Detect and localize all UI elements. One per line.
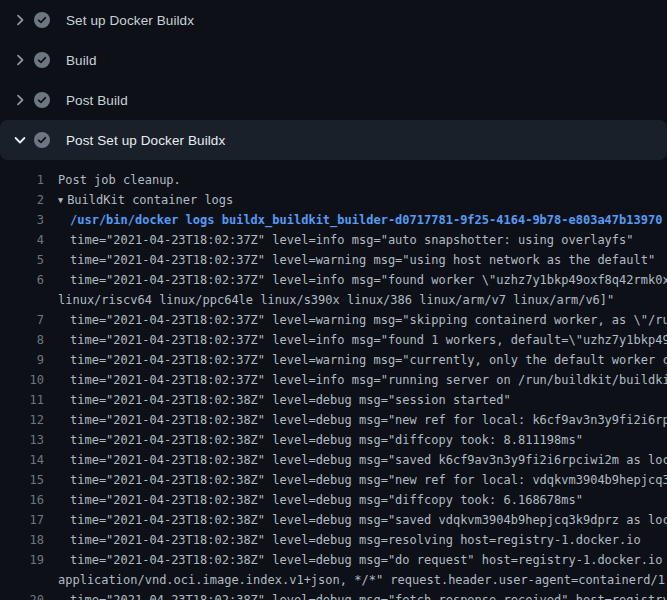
log-line: 10time="2021-04-23T18:02:37Z" level=info… (0, 370, 667, 390)
line-number[interactable]: 11 (0, 390, 44, 410)
log-text: time="2021-04-23T18:02:38Z" level=debug … (70, 453, 667, 467)
log-text: time="2021-04-23T18:02:38Z" level=debug … (70, 433, 583, 447)
chevron-down-icon[interactable] (12, 132, 28, 148)
log-line: 13time="2021-04-23T18:02:38Z" level=debu… (0, 430, 667, 450)
log-line: application/vnd.oci.image.index.v1+json,… (0, 570, 667, 590)
log-line: 19time="2021-04-23T18:02:38Z" level=debu… (0, 550, 667, 570)
line-number[interactable]: 2 (0, 190, 44, 210)
check-circle-icon (34, 12, 50, 28)
chevron-right-icon[interactable] (12, 92, 28, 108)
log-text: time="2021-04-23T18:02:37Z" level=warnin… (70, 353, 667, 367)
log-text: time="2021-04-23T18:02:37Z" level=info m… (70, 233, 634, 247)
line-number[interactable]: 18 (0, 530, 44, 550)
step-row[interactable]: Build (0, 40, 667, 80)
log-line: 11time="2021-04-23T18:02:38Z" level=debu… (0, 390, 667, 410)
log-text: time="2021-04-23T18:02:38Z" level=debug … (70, 493, 583, 507)
steps-list: Set up Docker Buildx Build P (0, 0, 667, 160)
log-text: application/vnd.oci.image.index.v1+json,… (58, 573, 667, 587)
line-number[interactable]: 20 (0, 590, 44, 600)
log-line: 1Post job cleanup. (0, 170, 667, 190)
log-line: 14time="2021-04-23T18:02:38Z" level=debu… (0, 450, 667, 470)
log-text: Post job cleanup. (58, 173, 181, 187)
line-number[interactable]: 9 (0, 350, 44, 370)
line-number[interactable]: 12 (0, 410, 44, 430)
log-line: linux/riscv64 linux/ppc64le linux/s390x … (0, 290, 667, 310)
line-number[interactable]: 3 (0, 210, 44, 230)
log-text: time="2021-04-23T18:02:38Z" level=debug … (70, 593, 667, 600)
log-line: 4time="2021-04-23T18:02:37Z" level=info … (0, 230, 667, 250)
log-text: linux/riscv64 linux/ppc64le linux/s390x … (58, 293, 614, 307)
log-text: time="2021-04-23T18:02:38Z" level=debug … (70, 413, 667, 427)
chevron-right-icon[interactable] (12, 12, 28, 28)
line-number[interactable]: 10 (0, 370, 44, 390)
log-line: 7time="2021-04-23T18:02:37Z" level=warni… (0, 310, 667, 330)
log-line: 12time="2021-04-23T18:02:38Z" level=debu… (0, 410, 667, 430)
log-line: 15time="2021-04-23T18:02:38Z" level=debu… (0, 470, 667, 490)
log-text: time="2021-04-23T18:02:38Z" level=debug … (70, 533, 641, 547)
log-text: time="2021-04-23T18:02:38Z" level=debug … (70, 513, 667, 527)
log-text: time="2021-04-23T18:02:37Z" level=warnin… (70, 313, 667, 327)
line-number[interactable]: 16 (0, 490, 44, 510)
log-area[interactable]: 1Post job cleanup. 2▼BuildKit container … (0, 160, 667, 600)
log-line: 2▼BuildKit container logs (0, 190, 667, 210)
step-name: Build (66, 53, 97, 68)
log-line: 18time="2021-04-23T18:02:38Z" level=debu… (0, 530, 667, 550)
step-row[interactable]: Set up Docker Buildx (0, 0, 667, 40)
log-line: 3/usr/bin/docker logs buildx_buildkit_bu… (0, 210, 667, 230)
check-circle-icon (34, 52, 50, 68)
line-number[interactable]: 6 (0, 270, 44, 290)
line-number[interactable]: 14 (0, 450, 44, 470)
step-name: Set up Docker Buildx (66, 13, 194, 28)
check-circle-icon (34, 92, 50, 108)
log-text: time="2021-04-23T18:02:38Z" level=debug … (70, 473, 667, 487)
line-number[interactable]: 15 (0, 470, 44, 490)
check-circle-icon (34, 132, 50, 148)
log-text: BuildKit container logs (67, 193, 233, 207)
log-text: time="2021-04-23T18:02:38Z" level=debug … (70, 553, 667, 567)
log-line: 6time="2021-04-23T18:02:37Z" level=info … (0, 270, 667, 290)
line-number[interactable]: 19 (0, 550, 44, 570)
step-name: Post Build (66, 93, 128, 108)
step-row[interactable]: Post Set up Docker Buildx (0, 120, 667, 160)
line-number[interactable]: 7 (0, 310, 44, 330)
chevron-right-icon[interactable] (12, 52, 28, 68)
step-name: Post Set up Docker Buildx (66, 133, 225, 148)
log-line: 20time="2021-04-23T18:02:38Z" level=debu… (0, 590, 667, 600)
line-number[interactable]: 8 (0, 330, 44, 350)
log-text: time="2021-04-23T18:02:37Z" level=info m… (70, 273, 667, 287)
step-row[interactable]: Post Build (0, 80, 667, 120)
log-text: time="2021-04-23T18:02:37Z" level=info m… (70, 333, 667, 347)
actions-log-viewer: Set up Docker Buildx Build P (0, 0, 667, 600)
log-line: 5time="2021-04-23T18:02:37Z" level=warni… (0, 250, 667, 270)
log-line: 9time="2021-04-23T18:02:37Z" level=warni… (0, 350, 667, 370)
log-line: 8time="2021-04-23T18:02:37Z" level=info … (0, 330, 667, 350)
line-number[interactable]: 13 (0, 430, 44, 450)
triangle-down-icon[interactable]: ▼ (58, 190, 63, 210)
line-number[interactable]: 1 (0, 170, 44, 190)
log-line: 16time="2021-04-23T18:02:38Z" level=debu… (0, 490, 667, 510)
line-number[interactable]: 4 (0, 230, 44, 250)
line-number[interactable]: 5 (0, 250, 44, 270)
log-text: time="2021-04-23T18:02:38Z" level=debug … (70, 393, 511, 407)
line-number[interactable]: 17 (0, 510, 44, 530)
log-text: /usr/bin/docker logs buildx_buildkit_bui… (70, 213, 662, 227)
log-text: time="2021-04-23T18:02:37Z" level=warnin… (70, 253, 655, 267)
log-text: time="2021-04-23T18:02:37Z" level=info m… (70, 373, 667, 387)
log-line: 17time="2021-04-23T18:02:38Z" level=debu… (0, 510, 667, 530)
